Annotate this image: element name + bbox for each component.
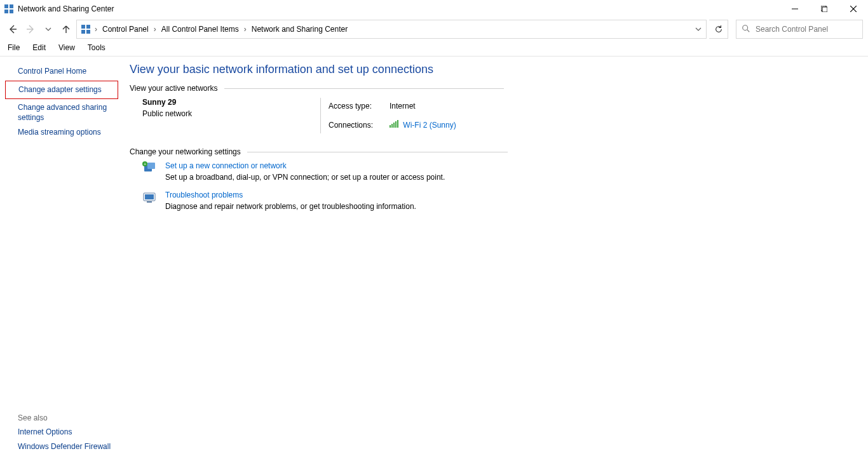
troubleshoot-icon [142, 191, 156, 205]
see-also-label: See also [0, 411, 127, 425]
svg-rect-12 [86, 25, 90, 29]
divider [224, 88, 504, 89]
content-body: Control Panel Home Change adapter settin… [0, 57, 868, 462]
network-center-icon [4, 4, 14, 14]
titlebar: Network and Sharing Center [0, 0, 868, 18]
access-type-value: Internet [390, 102, 456, 111]
active-network-block: Sunny 29 Public network Access type: Int… [142, 98, 868, 133]
address-history-dropdown[interactable] [691, 20, 706, 38]
recent-locations-dropdown[interactable] [41, 22, 56, 37]
menu-edit[interactable]: Edit [32, 43, 46, 52]
breadcrumb-current[interactable]: Network and Sharing Center [250, 25, 349, 34]
chevron-right-icon[interactable]: › [244, 25, 247, 34]
sidebar-link-media-streaming[interactable]: Media streaming options [0, 125, 127, 140]
sidebar-link-advanced-sharing[interactable]: Change advanced sharing settings [0, 100, 127, 125]
close-button[interactable] [839, 0, 868, 18]
search-box[interactable] [736, 20, 863, 39]
minimize-button[interactable] [780, 0, 810, 18]
svg-rect-23 [147, 201, 152, 203]
svg-rect-22 [145, 194, 154, 199]
svg-rect-1 [10, 4, 13, 8]
up-button[interactable] [58, 22, 74, 37]
svg-rect-14 [86, 30, 90, 34]
sidebar-link-adapter-settings[interactable]: Change adapter settings [5, 81, 118, 100]
svg-rect-0 [4, 4, 8, 8]
option-desc: Set up a broadband, dial-up, or VPN conn… [165, 173, 445, 182]
breadcrumb-all-items[interactable]: All Control Panel Items [160, 25, 240, 34]
network-center-icon [81, 24, 91, 34]
forward-button[interactable] [23, 22, 38, 37]
menu-file[interactable]: File [8, 43, 20, 52]
link-internet-options[interactable]: Internet Options [0, 425, 127, 440]
wifi-signal-icon [390, 120, 398, 128]
chevron-right-icon[interactable]: › [154, 25, 156, 34]
svg-rect-3 [10, 10, 13, 13]
svg-point-15 [743, 25, 748, 30]
divider [247, 152, 508, 152]
section-change-settings: Change your networking settings [130, 147, 868, 156]
svg-rect-2 [4, 10, 8, 13]
setup-connection-icon: + [142, 161, 156, 175]
access-type-label: Access type: [329, 102, 386, 111]
network-name: Sunny 29 [142, 98, 320, 107]
breadcrumb-control-panel[interactable]: Control Panel [101, 25, 150, 34]
network-type: Public network [142, 109, 320, 118]
option-desc: Diagnose and repair network problems, or… [165, 202, 416, 211]
search-icon [742, 24, 750, 35]
sidebar: Control Panel Home Change adapter settin… [0, 57, 127, 462]
page-heading: View your basic network information and … [130, 63, 868, 76]
address-bar[interactable]: › Control Panel › All Control Panel Item… [76, 20, 707, 39]
menu-bar: File Edit View Tools [0, 41, 868, 57]
link-defender-firewall[interactable]: Windows Defender Firewall [0, 440, 127, 455]
section-label-text: View your active networks [130, 84, 218, 93]
option-title[interactable]: Troubleshoot problems [165, 191, 416, 199]
section-label-text: Change your networking settings [130, 147, 241, 156]
maximize-button[interactable] [810, 0, 839, 18]
search-input[interactable] [754, 24, 857, 34]
chevron-right-icon[interactable]: › [95, 25, 97, 34]
menu-view[interactable]: View [58, 43, 75, 52]
connection-link[interactable]: Wi-Fi 2 (Sunny) [403, 121, 456, 130]
svg-text:+: + [144, 162, 146, 166]
nav-row: › Control Panel › All Control Panel Item… [0, 18, 868, 41]
connection-link-wrapper: Wi-Fi 2 (Sunny) [390, 120, 456, 130]
main-pane: View your basic network information and … [127, 57, 868, 462]
option-title[interactable]: Set up a new connection or network [165, 161, 445, 170]
svg-line-16 [747, 29, 750, 32]
menu-tools[interactable]: Tools [88, 43, 105, 52]
connections-label: Connections: [329, 121, 386, 130]
svg-rect-13 [81, 30, 85, 34]
svg-rect-6 [822, 7, 827, 12]
window-title: Network and Sharing Center [18, 4, 114, 13]
option-setup-connection: + Set up a new connection or network Set… [142, 161, 868, 182]
section-active-networks: View your active networks [130, 84, 868, 93]
svg-rect-11 [81, 25, 85, 29]
svg-rect-18 [147, 163, 155, 169]
sidebar-link-home[interactable]: Control Panel Home [0, 64, 127, 79]
back-button[interactable] [5, 22, 20, 37]
refresh-button[interactable] [709, 20, 728, 39]
option-troubleshoot: Troubleshoot problems Diagnose and repai… [142, 191, 868, 211]
